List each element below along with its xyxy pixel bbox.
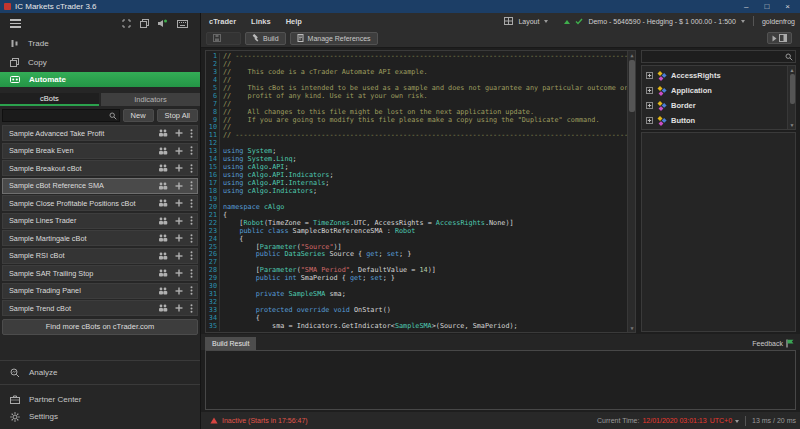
- cbot-list-item[interactable]: Sample Breakout cBot: [2, 160, 198, 176]
- sidebar-item-automate[interactable]: Automate: [0, 72, 200, 87]
- menu-help[interactable]: Help: [286, 17, 302, 26]
- cbot-list-item[interactable]: Sample Break Even: [2, 143, 198, 159]
- chevron-down-icon[interactable]: [741, 20, 745, 25]
- add-icon[interactable]: [175, 164, 183, 172]
- menu-dots-icon[interactable]: [190, 216, 193, 225]
- hamburger-icon[interactable]: [10, 19, 21, 28]
- add-icon[interactable]: [175, 304, 183, 312]
- chevron-down-icon[interactable]: [735, 420, 739, 425]
- group-icon[interactable]: [158, 182, 168, 190]
- menu-dots-icon[interactable]: [190, 286, 193, 295]
- new-button[interactable]: New: [123, 109, 154, 122]
- sidebar-item-analyze[interactable]: Analyze: [0, 360, 200, 385]
- sidebar-item-trade[interactable]: Trade: [0, 34, 200, 53]
- feedback-link[interactable]: Feedback: [752, 339, 800, 350]
- group-icon[interactable]: [158, 269, 168, 277]
- tree-item[interactable]: Application: [642, 83, 795, 98]
- scroll-down-icon[interactable]: ▼: [629, 325, 635, 331]
- stop-all-button[interactable]: Stop All: [157, 109, 198, 122]
- expander-plus-icon[interactable]: [646, 72, 653, 79]
- cbot-list-item[interactable]: Sample Martingale cBot: [2, 230, 198, 246]
- chevron-down-icon[interactable]: [544, 20, 548, 25]
- sidebar-item-settings[interactable]: Settings: [0, 408, 200, 425]
- scroll-down-icon[interactable]: ▼: [789, 122, 795, 128]
- cbot-list-item[interactable]: Sample Advanced Take Profit: [2, 125, 198, 141]
- expander-plus-icon[interactable]: [646, 87, 653, 94]
- sidebar-item-copy[interactable]: Copy: [0, 53, 200, 72]
- menu-dots-icon[interactable]: [190, 129, 193, 138]
- username[interactable]: goldenfrog: [762, 18, 795, 25]
- add-icon[interactable]: [175, 182, 183, 190]
- manage-references-button[interactable]: Manage References: [290, 32, 378, 45]
- scroll-up-icon[interactable]: ▲: [789, 67, 795, 73]
- cbot-list-item[interactable]: Sample RSI cBot: [2, 248, 198, 264]
- cbot-list-item[interactable]: Sample Lines Trader: [2, 213, 198, 229]
- group-icon[interactable]: [158, 217, 168, 225]
- menu-dots-icon[interactable]: [190, 164, 193, 173]
- keyboard-icon[interactable]: [177, 20, 188, 28]
- group-icon[interactable]: [158, 287, 168, 295]
- group-icon[interactable]: [158, 129, 168, 137]
- tree-item[interactable]: AccessRights: [642, 68, 795, 83]
- scroll-up-icon[interactable]: ▲: [629, 52, 635, 58]
- account-info[interactable]: Demo - 5646590 - Hedging - $ 1 000.00 - …: [588, 18, 736, 25]
- expand-icon[interactable]: [122, 19, 131, 28]
- duplicate-icon[interactable]: [140, 19, 149, 28]
- minimize-button[interactable]: –: [744, 0, 748, 13]
- tab-cbots[interactable]: cBots: [0, 93, 99, 106]
- scrollbar-thumb[interactable]: [790, 74, 795, 104]
- build-button[interactable]: Build: [245, 32, 286, 45]
- cbot-list-item[interactable]: Sample Trading Panel: [2, 283, 198, 299]
- sidebar-item-partner-center[interactable]: Partner Center: [0, 391, 200, 408]
- layout-button[interactable]: Layout: [518, 18, 539, 25]
- add-icon[interactable]: [175, 217, 183, 225]
- add-icon[interactable]: [175, 252, 183, 260]
- timezone-selector[interactable]: UTC+0: [710, 417, 732, 424]
- group-icon[interactable]: [158, 164, 168, 172]
- tree-item[interactable]: Button: [642, 113, 795, 128]
- expander-plus-icon[interactable]: [646, 117, 653, 124]
- scrollbar-thumb[interactable]: [629, 60, 635, 112]
- add-icon[interactable]: [175, 234, 183, 242]
- api-tree-rows: AccessRightsApplicationBorderButton: [642, 68, 795, 128]
- tab-build-result[interactable]: Build Result: [205, 337, 256, 350]
- group-icon[interactable]: [158, 147, 168, 155]
- menu-links[interactable]: Links: [251, 17, 271, 26]
- group-icon[interactable]: [158, 304, 168, 312]
- cbot-search-input[interactable]: [3, 116, 105, 127]
- add-icon[interactable]: [175, 129, 183, 137]
- menu-ctrader[interactable]: cTrader: [209, 17, 236, 26]
- cbot-list-item[interactable]: Sample Close Profitable Positions cBot: [2, 195, 198, 211]
- menu-dots-icon[interactable]: [190, 304, 193, 313]
- code-area[interactable]: 1// ------------------------------------…: [206, 51, 635, 331]
- code-editor[interactable]: 1// ------------------------------------…: [205, 50, 636, 333]
- cbot-list-item[interactable]: Sample Trend cBot: [2, 300, 198, 316]
- group-icon[interactable]: [158, 234, 168, 242]
- add-icon[interactable]: [175, 199, 183, 207]
- menu-dots-icon[interactable]: [190, 181, 193, 190]
- build-result-bar: Build Result Feedback: [201, 334, 800, 350]
- add-icon[interactable]: [175, 147, 183, 155]
- menu-dots-icon[interactable]: [190, 199, 193, 208]
- menu-dots-icon[interactable]: [190, 146, 193, 155]
- cbot-list-item[interactable]: Sample SAR Trailing Stop: [2, 265, 198, 281]
- editor-scrollbar[interactable]: ▲ ▼: [627, 51, 635, 332]
- collapse-panel-button[interactable]: [767, 32, 792, 44]
- menu-dots-icon[interactable]: [190, 251, 193, 260]
- sound-icon[interactable]: [158, 19, 168, 28]
- tree-item[interactable]: Border: [642, 98, 795, 113]
- group-icon[interactable]: [158, 199, 168, 207]
- menu-dots-icon[interactable]: [190, 234, 193, 243]
- cbot-list-item[interactable]: Sample cBot Reference SMA: [2, 178, 198, 194]
- menu-dots-icon[interactable]: [190, 269, 193, 278]
- tree-scrollbar[interactable]: ▲ ▼: [787, 66, 795, 129]
- cbot-name: Sample cBot Reference SMA: [9, 181, 104, 190]
- group-icon[interactable]: [158, 252, 168, 260]
- tab-indicators[interactable]: Indicators: [101, 93, 200, 106]
- add-icon[interactable]: [175, 287, 183, 295]
- find-more-cbots-button[interactable]: Find more cBots on cTrader.com: [2, 319, 198, 335]
- maximize-button[interactable]: □: [764, 0, 769, 13]
- close-button[interactable]: ×: [785, 0, 790, 13]
- add-icon[interactable]: [175, 269, 183, 277]
- expander-plus-icon[interactable]: [646, 102, 653, 109]
